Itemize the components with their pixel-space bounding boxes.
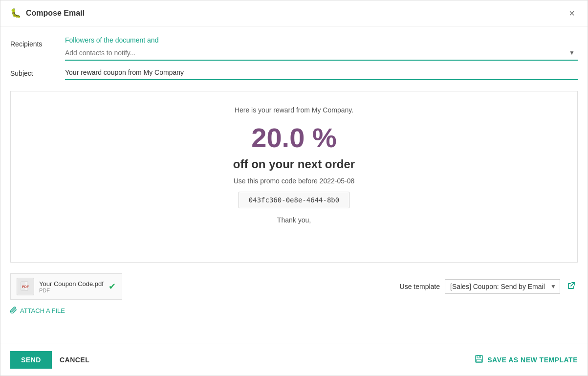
subject-row: Subject: [10, 66, 578, 80]
promo-code-box: 043fc360-0e8e-4644-8b0: [239, 192, 349, 208]
svg-rect-5: [477, 359, 481, 362]
contacts-input[interactable]: [65, 46, 578, 60]
attach-file-row: ATTACH A FILE: [0, 305, 588, 320]
attachment-info: Your Coupon Code.pdf PDF: [39, 280, 104, 293]
send-button[interactable]: SEND: [10, 351, 52, 369]
email-preview: Here is your reward from My Company. 20.…: [10, 91, 578, 263]
contacts-input-wrapper: ▼: [65, 46, 578, 61]
title-group: 🐛 Compose Email: [10, 8, 85, 19]
recipients-input-area: Followers of the document and ▼: [65, 36, 578, 61]
template-external-link-button[interactable]: [565, 279, 578, 294]
attach-file-link[interactable]: ATTACH A FILE: [10, 307, 65, 315]
recipients-value: Followers of the document and: [65, 36, 578, 44]
form-section: Recipients Followers of the document and…: [0, 26, 588, 85]
save-template-button[interactable]: SAVE AS NEW TEMPLATE: [475, 354, 578, 365]
attachment-filename: Your Coupon Code.pdf: [39, 280, 104, 288]
subject-input[interactable]: [65, 66, 578, 80]
template-area: Use template [Sales] Coupon: Send by Ema…: [400, 279, 578, 294]
preview-off-text: off on your next order: [21, 157, 567, 171]
compose-email-dialog: 🐛 Compose Email × Recipients Followers o…: [0, 0, 588, 376]
preview-thanks: Thank you,: [21, 216, 567, 224]
recipients-row: Recipients Followers of the document and…: [10, 36, 578, 61]
close-button[interactable]: ×: [566, 7, 578, 19]
template-select-wrapper: [Sales] Coupon: Send by Email ▼: [445, 279, 560, 294]
subject-input-area: [65, 66, 578, 80]
attachment-box: PDF Your Coupon Code.pdf PDF ✔: [10, 273, 122, 300]
bug-icon: 🐛: [10, 8, 21, 19]
attachment-check-icon: ✔: [109, 281, 116, 292]
dialog-title: Compose Email: [26, 9, 85, 18]
recipients-label: Recipients: [10, 36, 59, 48]
cancel-button[interactable]: CANCEL: [60, 356, 89, 364]
preview-intro: Here is your reward from My Company.: [21, 106, 567, 114]
subject-label: Subject: [10, 66, 59, 77]
dialog-header: 🐛 Compose Email ×: [0, 0, 588, 26]
attachment-template-row: PDF Your Coupon Code.pdf PDF ✔ Use templ…: [0, 268, 588, 305]
svg-text:PDF: PDF: [22, 285, 29, 288]
preview-promo-text: Use this promo code before 2022-05-08: [21, 177, 567, 185]
preview-percent: 20.0 %: [21, 122, 567, 154]
floppy-icon: [475, 354, 483, 365]
pdf-icon: PDF: [17, 278, 34, 295]
save-template-label: SAVE AS NEW TEMPLATE: [487, 356, 578, 364]
attach-file-label: ATTACH A FILE: [20, 307, 65, 314]
template-label: Use template: [400, 283, 440, 290]
dialog-footer: SEND CANCEL SAVE AS NEW TEMPLATE: [0, 344, 588, 376]
paperclip-icon: [10, 307, 17, 315]
attachment-filetype: PDF: [39, 288, 104, 293]
contacts-dropdown-arrow[interactable]: ▼: [569, 49, 575, 56]
template-select[interactable]: [Sales] Coupon: Send by Email: [445, 279, 560, 294]
